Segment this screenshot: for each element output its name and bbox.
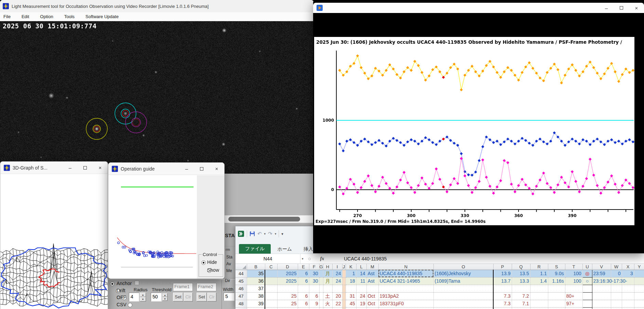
cell-E49[interactable]: 6 xyxy=(298,307,309,309)
column-header-R[interactable]: R xyxy=(530,264,548,270)
cell-L47[interactable]: 24 xyxy=(356,292,366,300)
cell-K45[interactable]: 18 xyxy=(346,277,356,285)
cell-T47[interactable]: 80+ xyxy=(565,292,582,300)
row-header-45[interactable]: 45 xyxy=(236,277,247,285)
cell-N48[interactable]: 183731pF0 xyxy=(378,300,433,307)
csv-radio[interactable] xyxy=(128,303,132,307)
column-header-B[interactable]: B xyxy=(247,264,265,270)
cell-V46[interactable] xyxy=(592,285,611,292)
median-option-fragment[interactable]: Me xyxy=(226,268,232,273)
cell-B47[interactable]: 38 xyxy=(247,292,265,300)
cell-G45[interactable] xyxy=(319,277,323,285)
cell-T46[interactable] xyxy=(565,285,582,292)
cell-U48[interactable] xyxy=(582,300,592,307)
cell-S47[interactable] xyxy=(548,292,565,300)
cell-W48[interactable] xyxy=(611,300,622,307)
select-all-corner[interactable] xyxy=(236,264,247,270)
cell-F48[interactable]: 9 xyxy=(309,300,319,307)
menu-item-file[interactable]: File xyxy=(3,14,11,19)
cell-F46[interactable] xyxy=(309,285,319,292)
qat-customize-icon[interactable]: ▾ xyxy=(281,232,283,236)
name-box-dropdown-icon[interactable]: ▾ xyxy=(302,257,304,260)
row-header-47[interactable]: 47 xyxy=(236,292,247,300)
cell-Q47[interactable]: 7.2 xyxy=(512,292,530,300)
width-input-fragment[interactable]: 5 xyxy=(224,293,234,301)
cell-F49[interactable]: 10 xyxy=(309,307,319,309)
cell-R47[interactable] xyxy=(530,292,548,300)
cell-D47[interactable]: 25 xyxy=(277,292,298,300)
cell-W47[interactable] xyxy=(611,292,622,300)
cell-X48[interactable] xyxy=(622,300,634,307)
cell-Q44[interactable]: 13.5 xyxy=(512,270,530,277)
frame2-set-button[interactable]: Set xyxy=(197,293,207,301)
cell-W46[interactable] xyxy=(611,285,622,292)
star-option-fragment[interactable]: Sta xyxy=(226,255,232,259)
column-header-X[interactable]: X xyxy=(622,264,634,270)
graph3d-titlebar[interactable]: 3D-Graph of S... – × xyxy=(0,162,108,174)
radius-input[interactable]: 4 xyxy=(129,293,139,301)
row-header-48[interactable]: 48 xyxy=(236,300,247,307)
cell-T45[interactable]: 100 xyxy=(565,277,582,285)
cell-G47[interactable] xyxy=(319,292,323,300)
cell-G48[interactable] xyxy=(319,300,323,307)
cell-U45[interactable]: ○ xyxy=(582,277,592,285)
row-header-49[interactable]: 49 xyxy=(236,307,247,309)
cell-T44[interactable]: 100 xyxy=(565,270,582,277)
column-header-I[interactable]: I xyxy=(332,264,342,270)
cell-W49[interactable] xyxy=(611,307,622,309)
cell-M47[interactable]: Oct xyxy=(366,292,378,300)
column-header-J[interactable]: J xyxy=(342,264,346,270)
cell-Y49[interactable] xyxy=(634,307,644,309)
cell-P46[interactable] xyxy=(493,285,512,292)
cell-B48[interactable]: 39 xyxy=(247,300,265,307)
redo-icon[interactable]: ↷ xyxy=(268,231,272,237)
radius-spin-down[interactable]: ▼ xyxy=(140,297,146,301)
cell-O45[interactable]: (1089)Tama xyxy=(433,277,493,285)
frame1-clr-button[interactable]: Clr xyxy=(184,293,193,301)
cell-C47[interactable] xyxy=(265,292,277,300)
threshold-spin-up[interactable]: ▲ xyxy=(162,293,167,297)
cell-H45[interactable]: 月 xyxy=(323,277,332,285)
graph3d-minimize-button[interactable]: – xyxy=(63,162,78,174)
menu-item-option[interactable]: Option xyxy=(40,14,53,19)
cell-L46[interactable] xyxy=(356,285,366,292)
cell-S48[interactable] xyxy=(548,300,565,307)
cell-L48[interactable]: 19 xyxy=(356,300,366,307)
graph3d-maximize-button[interactable] xyxy=(78,162,93,174)
cell-B45[interactable]: 36 xyxy=(247,277,265,285)
redo-dropdown-icon[interactable]: ▾ xyxy=(275,232,277,236)
frame1-field[interactable]: Frame1 xyxy=(173,283,193,291)
cell-N47[interactable]: 1913pA2 xyxy=(378,292,433,300)
cell-P45[interactable]: 13.7 xyxy=(493,277,512,285)
undo-icon[interactable]: ↶ xyxy=(257,231,262,237)
cell-R44[interactable]: 1.1 xyxy=(530,270,548,277)
cell-E46[interactable] xyxy=(298,285,309,292)
insert-function-icon[interactable]: fx xyxy=(320,256,324,261)
cell-C48[interactable] xyxy=(265,300,277,307)
frame2-field[interactable]: Frame2 xyxy=(197,283,216,291)
cell-Q45[interactable]: 13.3 xyxy=(512,277,530,285)
cell-I48[interactable]: 22 xyxy=(332,300,342,307)
operation-guide-maximize-button[interactable] xyxy=(194,163,209,175)
cell-B46[interactable]: 37 xyxy=(247,285,265,292)
menu-item-edit[interactable]: Edit xyxy=(22,14,29,19)
cell-S49[interactable] xyxy=(548,307,565,309)
column-header-Y[interactable]: Y xyxy=(634,264,644,270)
cell-U49[interactable] xyxy=(582,307,592,309)
cell-M46[interactable] xyxy=(366,285,378,292)
column-header-S[interactable]: S xyxy=(548,264,565,270)
cell-U47[interactable] xyxy=(582,292,592,300)
cell-K49[interactable]: 1 xyxy=(346,307,356,309)
radius-spin-up[interactable]: ▲ xyxy=(140,293,146,297)
cell-I49[interactable]: 25 xyxy=(332,307,342,309)
column-header-G[interactable]: G xyxy=(319,264,323,270)
cell-K48[interactable]: 45 xyxy=(346,300,356,307)
column-header-F[interactable]: F xyxy=(309,264,319,270)
cell-X46[interactable] xyxy=(622,285,634,292)
ribbon-tab-file[interactable]: ファイル xyxy=(239,244,271,254)
threshold-input[interactable]: 50 xyxy=(151,293,162,301)
lightcurve-close-button[interactable]: × xyxy=(629,3,644,13)
lightcurve-titlebar[interactable]: – × xyxy=(313,3,644,13)
cell-P44[interactable]: 13.9 xyxy=(493,270,512,277)
cell-B44[interactable]: 35 xyxy=(247,270,265,277)
